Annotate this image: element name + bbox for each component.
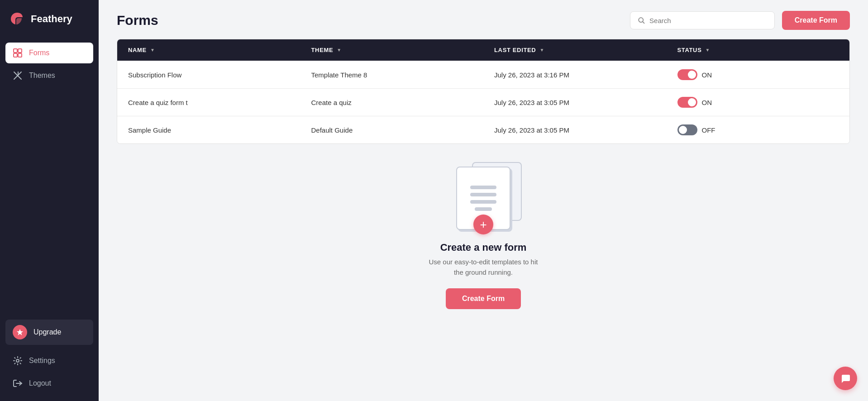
sidebar-item-forms[interactable]: Forms xyxy=(5,43,93,63)
row-3-status-toggle[interactable] xyxy=(677,124,697,135)
plus-circle-icon: + xyxy=(473,215,493,234)
create-form-header-button[interactable]: Create Form xyxy=(782,11,850,30)
svg-rect-3 xyxy=(18,53,22,57)
svg-line-8 xyxy=(643,22,644,23)
row-1-toggle-container: ON xyxy=(677,69,712,80)
sidebar-item-settings[interactable]: Settings xyxy=(5,350,93,371)
app-name: Feathery xyxy=(31,13,72,25)
row-3-theme: Default Guide xyxy=(300,116,484,143)
logout-label: Logout xyxy=(29,379,51,387)
form-line-1 xyxy=(470,186,497,189)
logout-icon xyxy=(13,378,23,388)
table-row[interactable]: Create a quiz form t Create a quiz July … xyxy=(117,88,849,116)
form-line-4 xyxy=(475,207,492,211)
col-theme[interactable]: THEME ▼ xyxy=(300,39,484,61)
upgrade-label: Upgrade xyxy=(33,328,61,336)
row-2-toggle-knob xyxy=(688,98,696,106)
sidebar: Feathery Forms Themes xyxy=(0,0,99,401)
theme-sort-icon: ▼ xyxy=(337,48,342,53)
chat-bubble[interactable] xyxy=(834,367,857,390)
row-2-name: Create a quiz form t xyxy=(117,89,300,116)
row-2-status: ON xyxy=(667,89,850,116)
name-sort-icon: ▼ xyxy=(150,48,155,53)
status-sort-icon: ▼ xyxy=(705,48,710,53)
row-1-toggle-knob xyxy=(688,71,696,79)
forms-table: NAME ▼ THEME ▼ LAST EDITED ▼ STATUS ▼ Su… xyxy=(117,39,850,144)
svg-point-5 xyxy=(16,359,19,362)
sidebar-item-logout[interactable]: Logout xyxy=(5,373,93,394)
row-1-name: Subscription Flow xyxy=(117,61,300,88)
row-3-last-edited: July 26, 2023 at 3:05 PM xyxy=(483,116,667,143)
search-box[interactable] xyxy=(630,11,775,29)
create-form-empty-button[interactable]: Create Form xyxy=(446,288,521,309)
feathery-logo-icon xyxy=(9,11,25,27)
row-1-last-edited: July 26, 2023 at 3:16 PM xyxy=(483,61,667,88)
themes-icon xyxy=(13,71,23,81)
col-name[interactable]: NAME ▼ xyxy=(117,39,300,61)
last-edited-sort-icon: ▼ xyxy=(539,48,544,53)
svg-rect-0 xyxy=(14,49,17,53)
svg-rect-2 xyxy=(14,53,17,57)
main-header: Forms Create Form xyxy=(99,0,868,39)
forms-icon xyxy=(13,48,23,58)
chat-icon xyxy=(840,373,851,384)
table-header: NAME ▼ THEME ▼ LAST EDITED ▼ STATUS ▼ xyxy=(117,39,849,61)
empty-state-title: Create a new form xyxy=(440,242,527,253)
sidebar-item-themes[interactable]: Themes xyxy=(5,65,93,86)
row-3-toggle-knob xyxy=(679,126,687,134)
settings-label: Settings xyxy=(29,357,55,365)
form-line-3 xyxy=(470,200,497,204)
row-3-status: OFF xyxy=(667,116,850,143)
search-icon xyxy=(638,16,645,24)
row-1-status-toggle[interactable] xyxy=(677,69,697,80)
form-illustration: + xyxy=(447,162,520,234)
header-actions: Create Form xyxy=(630,11,850,30)
empty-state: + Create a new form Use our easy-to-edit… xyxy=(99,144,868,327)
table-row[interactable]: Subscription Flow Template Theme 8 July … xyxy=(117,61,849,88)
main-content: Forms Create Form NAME ▼ THEME ▼ xyxy=(99,0,868,401)
main-nav: Forms Themes xyxy=(0,38,99,312)
settings-icon xyxy=(13,356,23,366)
themes-nav-label: Themes xyxy=(29,72,55,80)
svg-point-4 xyxy=(17,75,19,76)
form-line-2 xyxy=(470,193,497,196)
logo-container: Feathery xyxy=(0,0,99,38)
row-3-name: Sample Guide xyxy=(117,116,300,143)
row-2-last-edited: July 26, 2023 at 3:05 PM xyxy=(483,89,667,116)
table-row[interactable]: Sample Guide Default Guide July 26, 2023… xyxy=(117,116,849,143)
upgrade-button[interactable]: Upgrade xyxy=(5,320,93,345)
row-2-status-label: ON xyxy=(702,99,712,106)
search-input[interactable] xyxy=(649,17,767,24)
svg-rect-1 xyxy=(18,49,22,53)
row-2-status-toggle[interactable] xyxy=(677,97,697,108)
forms-nav-label: Forms xyxy=(29,49,49,57)
row-1-status: ON xyxy=(667,61,850,88)
col-last-edited[interactable]: LAST EDITED ▼ xyxy=(483,39,667,61)
row-3-status-label: OFF xyxy=(702,126,715,134)
row-3-toggle-container: OFF xyxy=(677,124,715,135)
row-1-theme: Template Theme 8 xyxy=(300,61,484,88)
col-status[interactable]: STATUS ▼ xyxy=(667,39,850,61)
sidebar-bottom: Upgrade Settings Logout xyxy=(0,312,99,401)
row-2-theme: Create a quiz xyxy=(300,89,484,116)
empty-state-description: Use our easy-to-edit templates to hitthe… xyxy=(429,257,538,277)
page-title: Forms xyxy=(117,13,158,28)
row-1-status-label: ON xyxy=(702,71,712,79)
row-2-toggle-container: ON xyxy=(677,97,712,108)
upgrade-icon xyxy=(13,325,27,339)
